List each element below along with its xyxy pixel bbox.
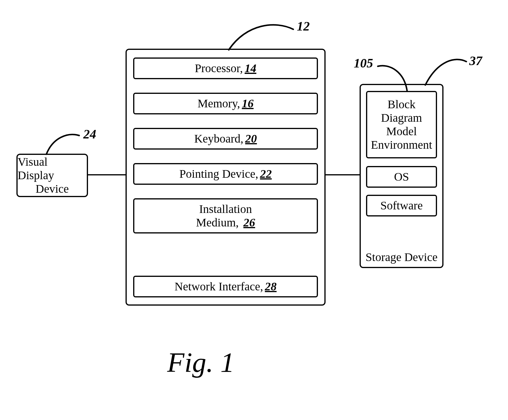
software-label: Software	[380, 199, 423, 212]
software-box: Software	[366, 195, 437, 216]
keyboard-box: Keyboard, 20	[133, 128, 318, 150]
block-diagram-model-environment-box: Block Diagram Model Environment	[366, 91, 437, 158]
display-label-line1: Visual Display	[18, 155, 87, 182]
bdme-line2: Diagram	[381, 111, 422, 125]
ref-16: 16	[242, 97, 254, 110]
figure-caption: Fig. 1	[167, 346, 234, 379]
ref-12: 12	[297, 19, 310, 34]
storage-device-label: Storage Device	[361, 250, 442, 264]
processor-label: Processor,	[195, 62, 243, 75]
ref-24: 24	[83, 127, 96, 142]
bdme-line4: Environment	[371, 138, 432, 152]
os-label: OS	[394, 170, 409, 184]
ref-28: 28	[265, 280, 277, 293]
bdme-line1: Block	[387, 98, 416, 111]
diagram-canvas: Visual Display Device 24 12 Processor, 1…	[0, 0, 508, 420]
ref-37: 37	[469, 53, 482, 68]
network-interface-box: Network Interface, 28	[133, 276, 318, 297]
bdme-line3: Model	[386, 125, 417, 138]
net-label: Network Interface,	[175, 280, 263, 293]
processor-box: Processor, 14	[133, 57, 318, 79]
pointing-label: Pointing Device,	[180, 167, 258, 181]
connector-main-storage	[325, 174, 360, 175]
leader-105	[375, 60, 410, 93]
install-label-line1: Installation	[199, 202, 252, 216]
pointing-device-box: Pointing Device, 22	[133, 163, 318, 185]
memory-box: Memory, 16	[133, 93, 318, 114]
ref-14: 14	[245, 62, 256, 75]
leader-24	[44, 129, 85, 155]
memory-label: Memory,	[197, 97, 240, 110]
visual-display-device-box: Visual Display Device	[16, 154, 88, 197]
leader-12	[226, 18, 302, 53]
ref-26: 26	[243, 216, 255, 229]
installation-medium-box: Installation Medium, 26	[133, 198, 318, 233]
ref-105: 105	[354, 56, 373, 71]
leader-37	[422, 53, 472, 88]
connector-display-main	[87, 174, 126, 175]
install-label-line2: Medium,	[196, 216, 239, 229]
ref-22: 22	[260, 167, 272, 181]
display-label-line2: Device	[35, 182, 69, 196]
keyboard-label: Keyboard,	[194, 132, 243, 145]
ref-20: 20	[245, 132, 257, 145]
os-box: OS	[366, 166, 437, 188]
